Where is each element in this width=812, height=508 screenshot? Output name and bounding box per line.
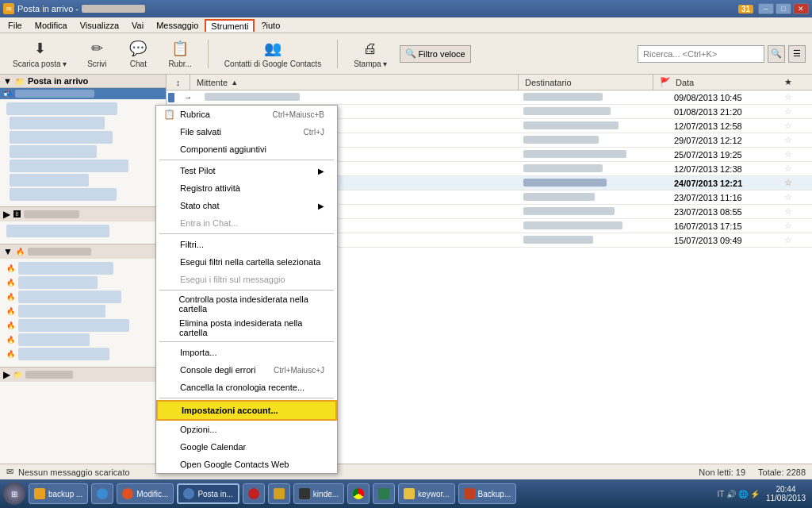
menu-item-stato-chat[interactable]: Stato chat ▶ xyxy=(156,197,337,214)
sidebar-p-item-fire-7[interactable]: 🔥 xyxy=(6,348,159,360)
cell-star[interactable]: ☆ xyxy=(780,164,796,174)
sidebar-p-item-fire-6[interactable]: 🔥 xyxy=(6,333,159,346)
cell-star[interactable]: ☆ xyxy=(780,135,796,145)
cell-star[interactable]: ☆ xyxy=(780,221,796,231)
toolbar-scrivi[interactable]: ✏ Scrivi xyxy=(79,36,114,71)
cell-star[interactable]: ☆ xyxy=(780,235,796,245)
cell-star[interactable]: ☆ xyxy=(780,192,796,202)
cell-star[interactable]: ☆ xyxy=(780,206,796,217)
search-input[interactable] xyxy=(638,45,764,63)
menu-strumenti[interactable]: Strumenti xyxy=(205,19,255,32)
menu-item-controlla-indesiderata[interactable]: Controlla posta indesiderata nella carte… xyxy=(156,292,337,316)
toolbar-contatti[interactable]: 👥 Contatti di Google Contacts xyxy=(218,36,327,71)
toolbar-chat[interactable]: 💬 Chat xyxy=(121,36,155,71)
taskbar-item-firefox[interactable]: Modific... xyxy=(117,483,174,504)
cell-star[interactable]: ☆ xyxy=(780,92,796,102)
menu-item-rubrica[interactable]: 📋 Rubrica Ctrl+Maiusc+B xyxy=(156,106,337,123)
col-destinatario-header[interactable]: Destinatario xyxy=(519,75,653,90)
menu-item-rubrica-shortcut: Ctrl+Maiusc+B xyxy=(272,110,324,119)
taskbar-item-kindle[interactable]: kinde... xyxy=(293,483,344,504)
menu-item-google-calendar[interactable]: Google Calendar xyxy=(156,438,337,456)
taskbar-item-backup[interactable]: backup ... xyxy=(29,483,88,504)
search-button[interactable]: 🔍 xyxy=(768,45,785,63)
toolbar-rubrica[interactable]: 📋 Rubr... xyxy=(162,36,197,71)
sidebar-item-selected[interactable]: 📬 xyxy=(0,88,166,99)
taskbar-item-app5[interactable] xyxy=(268,483,290,504)
cell-star[interactable]: ☆ xyxy=(780,121,796,131)
close-button[interactable]: ✕ xyxy=(793,3,809,14)
app-window: ✉ Posta in arrivo - 31 – □ ✕ File Modifi… xyxy=(0,0,812,508)
taskbar-item-keyword[interactable]: keywor... xyxy=(398,483,454,504)
menu-item-console-errori[interactable]: Console degli errori Ctrl+Maiusc+J xyxy=(156,361,337,379)
start-button[interactable]: ⊞ xyxy=(3,483,25,505)
sidebar-item-5[interactable] xyxy=(10,160,128,172)
cell-destinatario xyxy=(519,93,653,102)
sidebar-p-item-fire-3[interactable]: 🔥 xyxy=(6,291,159,303)
fire-icon-small-3: 🔥 xyxy=(6,293,15,301)
menu-vai[interactable]: Vai xyxy=(125,19,150,32)
chat-icon: 💬 xyxy=(128,39,147,58)
sidebar-section-a[interactable]: ▶ 📁 xyxy=(0,367,166,382)
sidebar-p-item-fire-4[interactable]: 🔥 xyxy=(6,305,159,318)
sidebar-b-item-1[interactable] xyxy=(6,225,109,237)
toolbar-scarica-posta[interactable]: ⬇ Scarica posta ▾ xyxy=(6,36,73,71)
sidebar-item-2[interactable] xyxy=(10,117,105,129)
sidebar-p-item-fire-2[interactable]: 🔥 xyxy=(6,276,159,289)
search-options-button[interactable]: ☰ xyxy=(788,45,806,63)
menu-item-test-pilot[interactable]: Test Pilot ▶ xyxy=(156,162,337,179)
cell-destinatario xyxy=(519,207,653,217)
menu-item-file-salvati[interactable]: File salvati Ctrl+J xyxy=(156,123,337,140)
fire-icon-small-1: 🔥 xyxy=(6,264,15,272)
sidebar-p-bar-1 xyxy=(18,262,113,275)
menu-item-elimina-indesiderata[interactable]: Elimina posta indesiderata nella cartell… xyxy=(156,316,337,340)
sidebar-section-p[interactable]: ▼ 🔥 xyxy=(0,244,166,259)
unread-count: Non letti: 19 xyxy=(699,468,745,477)
chevron-down-icon-p: ▼ xyxy=(3,246,13,257)
col-mittente-header[interactable]: Mittente ▲ xyxy=(190,75,519,90)
menu-file[interactable]: File xyxy=(2,19,29,32)
cell-star[interactable]: ☆ xyxy=(780,178,796,188)
taskbar-item-chrome[interactable] xyxy=(347,483,370,504)
sidebar-item-1[interactable] xyxy=(6,102,117,115)
taskbar-item-backup2[interactable]: Backup... xyxy=(458,483,517,504)
taskbar-item-thunderbird[interactable]: Posta in... xyxy=(177,483,239,504)
cell-date: 25/07/2013 19:25 xyxy=(669,150,780,160)
toolbar-stampa[interactable]: 🖨 Stampa ▾ xyxy=(347,36,393,71)
sidebar-p-item-fire-1[interactable]: 🔥 xyxy=(6,262,159,275)
menu-item-importa[interactable]: Importa... xyxy=(156,344,337,361)
menu-item-google-contacts-web[interactable]: Open Google Contacts Web xyxy=(156,456,337,473)
menu-item-registro[interactable]: Registro attività xyxy=(156,179,337,197)
menu-item-cancella-cronologia[interactable]: Cancella la cronologia recente... xyxy=(156,379,337,396)
toolbar-filtro-veloce[interactable]: 🔍 Filtro veloce xyxy=(400,45,470,63)
sidebar-item-4[interactable] xyxy=(10,145,97,158)
sidebar-item-7[interactable] xyxy=(10,188,117,201)
chat-status-icon xyxy=(163,199,175,212)
cell-star[interactable]: ☆ xyxy=(780,149,796,160)
menu-item-stato-chat-label: Stato chat xyxy=(180,201,220,210)
menu-item-impostazioni-account[interactable]: Impostazioni account... xyxy=(156,400,337,421)
cell-star[interactable]: ☆ xyxy=(780,106,796,117)
menu-item-esegui-filtri-cartella[interactable]: Esegui filtri nella cartella selezionata xyxy=(156,253,337,271)
col-data-header[interactable]: Data xyxy=(669,75,780,90)
maximize-button[interactable]: □ xyxy=(776,3,791,14)
taskbar-item-opera[interactable] xyxy=(243,483,265,504)
sidebar-section-b[interactable]: ▶ 🅱 xyxy=(0,206,166,221)
minimize-button[interactable]: – xyxy=(758,3,774,14)
sidebar-item-3[interactable] xyxy=(10,131,113,144)
taskbar-item-ie[interactable] xyxy=(91,483,113,504)
menu-visualizza[interactable]: Visualizza xyxy=(74,19,125,32)
menu-item-opzioni[interactable]: Opzioni... xyxy=(156,421,337,438)
menu-messaggio[interactable]: Messaggio xyxy=(150,19,205,32)
sidebar: ▼ 📁 Posta in arrivo 📬 ▶ xyxy=(0,75,167,464)
menu-item-filtri[interactable]: Filtri... xyxy=(156,236,337,253)
taskbar-item-calc[interactable] xyxy=(373,483,395,504)
sidebar-p-item-fire-5[interactable]: 🔥 xyxy=(6,319,159,332)
table-row[interactable]: → 09/08/2013 10:45 ☆ xyxy=(167,90,812,105)
sidebar-p-blurred xyxy=(28,248,91,256)
sidebar-item-6[interactable] xyxy=(10,174,89,187)
sidebar-section-posta[interactable]: ▼ 📁 Posta in arrivo xyxy=(0,75,166,88)
menu-aiuto[interactable]: ?iuto xyxy=(255,19,286,32)
menu-item-componenti[interactable]: Componenti aggiuntivi xyxy=(156,140,337,158)
cell-date: 15/07/2013 09:49 xyxy=(669,236,780,245)
menu-modifica[interactable]: Modifica xyxy=(29,19,74,32)
